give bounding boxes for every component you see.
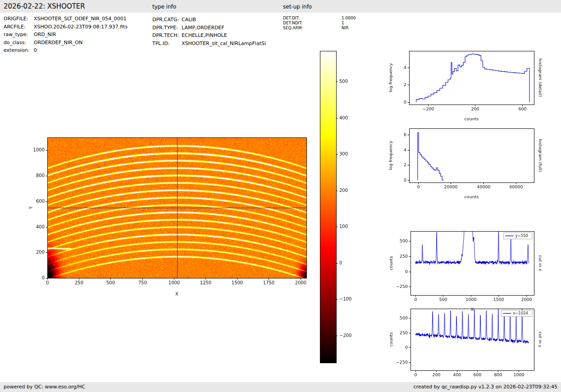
info-row: TPL.ID:XSHOOTER_slt_cal_NIRLampFlatSi <box>152 40 266 48</box>
extension-label: extension: <box>4 46 34 55</box>
info-row: SEQ.ARM:NIR <box>283 26 356 31</box>
det-ndit-label: DET.NDIT: <box>283 21 342 26</box>
det-dit-label: DET.DIT: <box>283 16 342 21</box>
type-info-heading: type info <box>152 4 176 10</box>
info-row: DPR.TECH:ECHELLE,PINHOLE <box>152 32 266 40</box>
footer-left: powered by QC: www.eso.org/HC <box>4 384 85 390</box>
colorbar <box>315 47 358 368</box>
info-row: DPR.CATG:CALIB <box>152 16 266 24</box>
qc-rawdisp-page: 2026-02-22: XSHOOTER type info set-up in… <box>0 0 561 392</box>
extension-value: 0 <box>34 47 37 53</box>
origfile-value: XSHOOTER_SLT_ODEF_NIR_054_0001 <box>34 16 127 22</box>
info-row: DET.NDIT:1 <box>283 21 356 26</box>
type-info-block: DPR.CATG:CALIB DPR.TYPE:LAMP,ORDERDEF DP… <box>152 16 266 47</box>
info-row: raw_type:ORD_NIR <box>4 31 128 39</box>
dpr-type-label: DPR.TYPE: <box>152 24 182 32</box>
dpr-type-value: LAMP,ORDERDEF <box>182 25 224 31</box>
histogram-detail-plot <box>381 43 545 129</box>
header-bar: 2026-02-22: XSHOOTER type info set-up in… <box>0 0 561 13</box>
setup-info-block: DET.DIT:1.0000 DET.NDIT:1 SEQ.ARM:NIR <box>283 16 356 31</box>
tpl-id-label: TPL.ID: <box>152 40 182 48</box>
seq-arm-label: SEQ.ARM: <box>283 26 342 31</box>
det-dit-value: 1.0000 <box>342 16 356 20</box>
origfile-label: ORIGFILE: <box>4 15 34 23</box>
cut-in-y-plot <box>381 301 545 391</box>
seq-arm-value: NIR <box>342 26 349 30</box>
setup-info-heading: set-up info <box>283 4 312 10</box>
page-title: 2026-02-22: XSHOOTER <box>4 2 85 10</box>
info-row: ARCFILE:XSHOO.2026-02-23T09:08:17.937.fi… <box>4 23 128 31</box>
raw-type-label: raw_type: <box>4 31 34 39</box>
detector-image-plot <box>25 128 318 300</box>
info-row: DPR.TYPE:LAMP,ORDERDEF <box>152 24 266 32</box>
info-row: do_class:ORDERDEF_NIR_ON <box>4 39 128 47</box>
dpr-tech-label: DPR.TECH: <box>152 32 182 40</box>
file-info-block: ORIGFILE:XSHOOTER_SLT_ODEF_NIR_054_0001 … <box>4 15 128 55</box>
footer-right: created by qc_rawdisp.py v1.2.3 on 2026-… <box>413 384 557 390</box>
dpr-tech-value: ECHELLE,PINHOLE <box>182 32 227 38</box>
info-row: extension:0 <box>4 46 128 55</box>
do-class-value: ORDERDEF_NIR_ON <box>34 40 82 46</box>
histogram-full-plot <box>381 121 545 206</box>
dpr-catg-label: DPR.CATG: <box>152 16 182 24</box>
raw-type-value: ORD_NIR <box>34 32 56 37</box>
dpr-catg-value: CALIB <box>182 17 196 23</box>
arcfile-value: XSHOO.2026-02-23T09:08:17.937.fits <box>34 24 128 30</box>
tpl-id-value: XSHOOTER_slt_cal_NIRLampFlatSi <box>182 41 266 46</box>
info-row: ORIGFILE:XSHOOTER_SLT_ODEF_NIR_054_0001 <box>4 15 128 23</box>
arcfile-label: ARCFILE: <box>4 23 34 31</box>
info-row: DET.DIT:1.0000 <box>283 16 356 21</box>
footer-bar: powered by QC: www.eso.org/HC created by… <box>0 382 561 392</box>
do-class-label: do_class: <box>4 39 34 47</box>
det-ndit-value: 1 <box>342 21 344 25</box>
